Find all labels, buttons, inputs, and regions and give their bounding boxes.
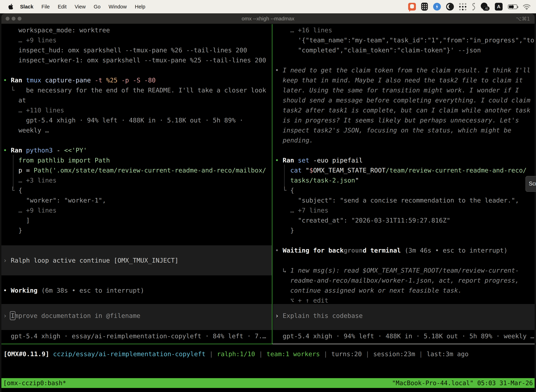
terminal-line: › Improve documentation in @filename <box>3 311 272 321</box>
terminal-line: "subject": "send a concise recommendatio… <box>275 195 535 205</box>
terminal-line: › Ralph loop active continue [OMX_TMUX_I… <box>3 255 272 265</box>
menu-item-file[interactable]: File <box>42 4 50 10</box>
terminal-line: └ be necessary for the end of the README… <box>3 85 272 95</box>
terminal-line: workspace_mode: worktree <box>3 25 272 35</box>
terminal-line: weekly … <box>3 125 272 135</box>
menu-item-edit[interactable]: Edit <box>58 4 67 10</box>
terminal-line: › Explain this codebase <box>275 311 535 321</box>
terminal-line: • Waiting for background terminal (3m 46… <box>275 245 535 255</box>
terminal-line: • Ran python3 - <<'PY' <box>3 145 272 155</box>
menu-item-window[interactable]: Window <box>109 4 127 10</box>
terminal-line: "worker": "worker-1", <box>3 195 272 205</box>
terminal-line: p = Path('.omx/state/team/review-current… <box>3 165 272 175</box>
terminal-line: should send a message before completing … <box>275 95 535 105</box>
terminal-line: • Ran tmux capture-pane -t %25 -p -S -80 <box>3 75 272 85</box>
terminal-line: '{"team_name":"my-team","task_id":"1","f… <box>275 35 535 45</box>
terminal-line: ] <box>3 215 272 225</box>
omx-status-line: [OMX#0.11.9] cczip/essay/ai-reimplementa… <box>4 349 535 359</box>
terminal-line: later. Using the same for transition mig… <box>275 85 535 95</box>
terminal-line: cat "$OMX_TEAM_STATE_ROOT/team/review-cu… <box>275 165 535 175</box>
menu-item-go[interactable]: Go <box>94 4 100 10</box>
terminal-line: gpt-5.4 xhigh · 94% left · 488K in · 5.1… <box>275 331 535 341</box>
window-title-bar: omx --xhigh --madmax ⌥⌘1 <box>1 13 535 24</box>
menu-item-view[interactable]: View <box>75 4 86 10</box>
tmux-pane-left[interactable]: workspace_mode: worktree … +9 lines insp… <box>1 24 272 344</box>
terminal-line: … +7 lines <box>275 205 535 215</box>
screen-overlay-pill: Scre <box>526 176 536 192</box>
terminal-line: pending. <box>275 135 535 145</box>
timer-badge-label: ..61 <box>483 6 490 11</box>
terminal-line: } <box>275 225 535 235</box>
terminal-line: gpt-5.4 xhigh · 94% left · 488K in · 5.1… <box>3 115 272 125</box>
pane-divider-vertical[interactable] <box>272 24 273 344</box>
terminal-line: readme-and-reco/mailbox/worker-1.json, a… <box>275 275 535 285</box>
terminal-line: task2 after task1 is complete, but can I… <box>275 105 535 115</box>
terminal-line: … +110 lines <box>3 105 272 115</box>
terminal-line: from pathlib import Path <box>3 155 272 165</box>
window-title: omx --xhigh --madmax <box>1 13 535 24</box>
terminal-line: ↳ 1 new msg(s): read $OMX_TEAM_STATE_ROO… <box>275 265 535 275</box>
terminal-line: tasks/task-2.json" <box>275 175 535 185</box>
terminal-line: "completed","claim_token":"claim-token"}… <box>275 45 535 55</box>
timer-badge-icon[interactable]: ..61 <box>481 3 490 11</box>
crescent-app-icon[interactable] <box>446 3 454 10</box>
terminal-line: … +16 lines <box>275 25 535 35</box>
window-shortcut-hint: ⌥⌘1 <box>516 13 530 24</box>
terminal-line: inspect_hud: omx sparkshell --tmux-pane … <box>3 45 272 55</box>
terminal-line: … +9 lines <box>3 35 272 45</box>
dots-grid-icon[interactable] <box>459 3 466 10</box>
battery-charging-icon[interactable] <box>508 5 517 9</box>
terminal-line: continue assigned work or next feasible … <box>275 285 535 295</box>
terminal-line: … +9 lines <box>3 205 272 215</box>
terminal-line: is in progress? It seems likely but perh… <box>275 115 535 125</box>
wifi-icon[interactable] <box>523 4 531 10</box>
terminal-window: omx --xhigh --madmax ⌥⌘1 workspace_mode:… <box>1 13 535 392</box>
tmux-host-clock-label: "MacBook-Pro-44.local" 05:03 31-Mar-26 <box>392 378 533 388</box>
tmux-pane-right[interactable]: … +16 lines '{"team_name":"my-team","tas… <box>273 24 535 344</box>
terminal-line: ⌥ + ↑ edit <box>275 295 535 305</box>
terminal-content: workspace_mode: worktree … +9 lines insp… <box>1 24 535 392</box>
blue-bolt-icon[interactable] <box>433 3 441 10</box>
terminal-line: inspect task2's JSON, focusing on the st… <box>275 125 535 135</box>
menu-items: SlackFileEditViewGoWindowHelp <box>20 4 145 10</box>
terminal-line: • I need to get the claim token from the… <box>275 65 535 75</box>
menu-item-help[interactable]: Help <box>135 4 145 10</box>
keypad-shield-icon[interactable] <box>421 3 428 11</box>
terminal-line: inspect_worker-1: omx sparkshell --tmux-… <box>3 55 272 65</box>
pane-border-bottom-left <box>1 344 273 344</box>
terminal-line: • Working (6m 38s • esc to interrupt) <box>3 285 272 295</box>
terminal-line: └ { <box>3 185 272 195</box>
tmux-status-bar: [omx-cczip0:bash* "MacBook-Pro-44.local"… <box>1 378 535 388</box>
hook-icon[interactable] <box>472 3 475 11</box>
terminal-line: … +3 lines <box>3 175 272 185</box>
menu-item-slack[interactable]: Slack <box>20 4 34 10</box>
terminal-line: • Ran set -euo pipefail <box>275 155 535 165</box>
terminal-line: } <box>3 225 272 235</box>
terminal-line: at <box>3 95 272 105</box>
apple-logo-icon[interactable] <box>8 3 14 10</box>
menubar-status-icons: ..61 A <box>408 3 536 11</box>
tmux-session-label: [omx-cczip0:bash* <box>3 378 66 388</box>
chat-app-icon[interactable] <box>408 3 416 10</box>
input-source-icon[interactable]: A <box>495 3 502 10</box>
terminal-line: "created_at": "2026-03-31T11:59:27.816Z" <box>275 215 535 225</box>
terminal-line: gpt-5.4 xhigh · essay/ai-reimplementatio… <box>3 331 272 341</box>
terminal-line: └ { <box>275 185 535 195</box>
menu-bar: SlackFileEditViewGoWindowHelp ..61 A <box>0 0 536 13</box>
terminal-line: keep that in mind. Maybe I also need the… <box>275 75 535 85</box>
pane-border-bottom-right <box>273 344 535 344</box>
